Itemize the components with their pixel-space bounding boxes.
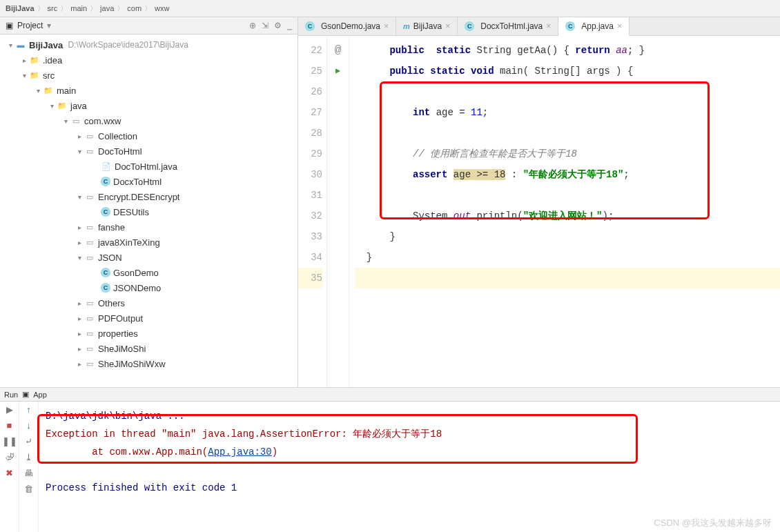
bc-root[interactable]: BijiJava [6,4,35,12]
scroll-to-end-icon[interactable]: ⤓ [25,452,32,462]
up-icon[interactable]: ↑ [26,404,31,415]
tab-docxtohtml[interactable]: CDocxToHtml.java× [458,17,558,35]
run-config-name: App [33,391,47,399]
console-exception: Exception in thread "main" java.lang.Ass… [46,425,773,443]
package-icon: ▭ [84,297,95,308]
stop-icon[interactable]: ■ [7,420,12,431]
project-panel-icon[interactable]: ▣ [6,21,13,30]
package-icon: ▭ [84,130,95,141]
tree-others[interactable]: ▸▭Others [0,295,298,311]
tab-bijijava[interactable]: mBijiJava× [396,17,458,35]
line-gutter[interactable]: 22 25 26 27 28 29 30 31 32 33 34 35 [298,36,327,387]
bc-wxw[interactable]: wxw [155,4,169,12]
java-file-icon: 📄 [101,161,112,172]
bc-com[interactable]: com [127,4,142,12]
package-icon: ▭ [70,115,81,126]
scroll-from-source-icon[interactable]: ⊕ [249,21,256,30]
project-header: ▣ Project ▾ ⊕ ⇲ ⚙ ⎯ [0,17,298,35]
gear-icon[interactable]: ⚙ [274,21,282,30]
rerun-icon[interactable]: ▶ [6,404,13,415]
run-toolbar-2: ↑ ↓ ⤶ ⤓ 🖶 🗑 [19,402,39,532]
tree-root[interactable]: ▾▬BijiJava D:\WorkSpace\idea2017\BijiJav… [0,37,298,52]
run-tool-window: Run ▣ App ▶ ■ ❚❚ ⮰ ✖ ↑ ↓ ⤶ ⤓ 🖶 🗑 D:\java… [0,387,780,532]
tree-doctohtml-java[interactable]: 📄DocToHtml.java [0,159,298,174]
root-name: BijiJava [29,40,63,50]
hide-icon[interactable]: ⎯ [287,21,292,30]
package-icon: ▭ [84,343,95,354]
code-editor[interactable]: 22 25 26 27 28 29 30 31 32 33 34 35 @ ▶ … [298,36,780,387]
down-icon[interactable]: ↓ [26,420,31,431]
gutter-marks[interactable]: @ ▶ [327,36,349,387]
tree-src[interactable]: ▾📁src [0,68,298,83]
print-icon[interactable]: 🖶 [24,468,33,478]
console-exit: Process finished with exit code 1 [46,479,773,497]
console-output[interactable]: D:\java\jdk\bin\java ... Exception in th… [39,402,780,532]
tree-idea[interactable]: ▸📁.idea [0,52,298,68]
close-icon[interactable]: × [384,21,389,31]
folder-icon: 📁 [29,55,40,66]
module-icon: ▬ [15,39,26,50]
close-icon[interactable]: × [546,21,551,31]
package-icon: ▭ [84,221,95,233]
tree-properties[interactable]: ▸▭properties [0,326,298,341]
run-line-icon[interactable]: ▶ [335,66,340,76]
class-icon: C [565,21,575,31]
tree-encrypt[interactable]: ▾▭Encrypt.DESEncrypt [0,189,298,204]
source-folder-icon: 📁 [57,100,68,111]
tree-pdfoutput[interactable]: ▸▭PDFOutput [0,311,298,326]
folder-icon: 📁 [29,70,40,81]
exit-icon[interactable]: ⮰ [5,452,14,462]
stacktrace-link[interactable]: App.java:30 [208,446,271,457]
tree-java8[interactable]: ▸▭java8XinTeXing [0,235,298,250]
project-label[interactable]: Project [17,21,43,30]
tree-json[interactable]: ▾▭JSON [0,250,298,265]
tree-shejimoshiwxw[interactable]: ▸▭SheJiMoShiWxw [0,356,298,371]
tab-app[interactable]: CApp.java× [558,17,630,36]
run-toolbar: ▶ ■ ❚❚ ⮰ ✖ [0,402,19,532]
package-icon: ▭ [84,146,95,157]
package-icon: ▭ [84,191,95,202]
editor-tabs: CGsonDemo.java× mBijiJava× CDocxToHtml.j… [298,17,780,36]
trash-icon[interactable]: 🗑 [24,484,33,494]
project-tool-window: ▣ Project ▾ ⊕ ⇲ ⚙ ⎯ ▾▬BijiJava D:\WorkSp… [0,17,298,387]
package-icon: ▭ [84,237,95,248]
soft-wrap-icon[interactable]: ⤶ [25,436,32,446]
override-icon[interactable]: @ [335,44,342,57]
console-stacktrace: at com.wxw.App.main(App.java:30) [46,443,773,461]
tree-java[interactable]: ▾📁java [0,98,298,113]
tree-fanshe[interactable]: ▸▭fanshe [0,219,298,235]
pause-icon[interactable]: ❚❚ [2,436,17,446]
bc-java[interactable]: java [100,4,114,12]
package-icon: ▭ [84,252,95,263]
tree-main[interactable]: ▾📁main [0,83,298,98]
editor-panel: CGsonDemo.java× mBijiJava× CDocxToHtml.j… [298,17,780,387]
package-icon: ▭ [84,358,95,369]
close-icon[interactable]: × [617,21,622,31]
run-config-icon: ▣ [22,390,29,399]
class-icon: C [101,283,110,293]
bc-main[interactable]: main [70,4,87,12]
close-icon[interactable]: × [445,21,450,31]
tree-shejimoshi[interactable]: ▸▭SheJiMoShi [0,341,298,356]
tree-desutils[interactable]: CDESUtils [0,204,298,219]
class-icon: C [465,21,474,31]
tree-comwxw[interactable]: ▾▭com.wxw [0,113,298,128]
watermark: CSDN @我这头发越来越多呀 [654,517,772,529]
tree-collection[interactable]: ▸▭Collection [0,128,298,144]
run-header: Run ▣ App [0,388,780,402]
close-icon[interactable]: ✖ [6,468,13,478]
bc-src[interactable]: src [48,4,58,12]
run-label[interactable]: Run [4,391,18,399]
module-icon: m [403,22,410,30]
tree-jsondemo[interactable]: CJSONDemo [0,280,298,295]
project-tree[interactable]: ▾▬BijiJava D:\WorkSpace\idea2017\BijiJav… [0,35,298,387]
tree-gsondemo[interactable]: CGsonDemo [0,265,298,280]
tree-docxtohtml[interactable]: CDocxToHtml [0,174,298,189]
class-icon: C [101,268,110,277]
collapse-all-icon[interactable]: ⇲ [262,21,269,30]
class-icon: C [101,207,110,217]
code-area[interactable]: public static String getAa() { return aa… [349,36,780,387]
console-cmd: D:\java\jdk\bin\java ... [46,407,773,425]
tree-doctohtml[interactable]: ▾▭DocToHtml [0,144,298,159]
tab-gsondemo[interactable]: CGsonDemo.java× [298,17,396,35]
